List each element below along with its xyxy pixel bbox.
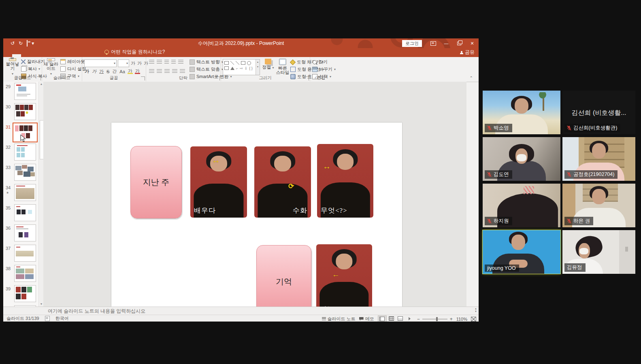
proofing-icon[interactable] xyxy=(45,316,50,321)
align-left-icon[interactable] xyxy=(149,69,154,74)
menu-tab[interactable] xyxy=(92,54,101,57)
menu-tab[interactable] xyxy=(3,54,12,57)
notes-scroll-buttons[interactable]: ▲ ▼ xyxy=(475,307,477,313)
clipboard-dialog-launcher[interactable] xyxy=(37,76,41,80)
shrink-font-button[interactable]: 가 xyxy=(137,60,142,66)
font-name-combo[interactable]: ▾ xyxy=(84,59,117,67)
share-button[interactable]: 공유 xyxy=(460,49,475,56)
shape-gallery-scroll[interactable]: ▴▾ xyxy=(256,59,260,75)
character-spacing-button[interactable]: 간 xyxy=(112,68,117,74)
slide-thumbnail[interactable]: 35 ★ xyxy=(3,203,38,223)
menu-tab[interactable] xyxy=(39,54,48,57)
slideshow-button[interactable] xyxy=(405,315,413,322)
menu-tab[interactable] xyxy=(66,54,75,57)
slide-thumbnail[interactable]: 30 ★ xyxy=(3,102,38,122)
bullets-icon[interactable] xyxy=(149,60,154,65)
shape-oval-icon[interactable] xyxy=(247,61,251,65)
shape-line-icon[interactable] xyxy=(230,61,234,65)
numbering-icon[interactable] xyxy=(157,60,162,65)
menu-tab[interactable] xyxy=(83,54,92,57)
slide-thumbnail[interactable]: 36 ★ xyxy=(3,223,38,243)
grow-font-button[interactable]: 가 xyxy=(130,60,136,66)
touch-mode-icon[interactable] xyxy=(27,40,28,46)
sign-language-photo[interactable]: 배우다 xyxy=(190,146,247,218)
bold-button[interactable]: 가 xyxy=(84,68,89,74)
slide-thumbnail[interactable]: 39 ★ xyxy=(3,284,38,304)
shape-rectangle-icon[interactable] xyxy=(241,61,245,65)
fit-to-window-icon[interactable] xyxy=(471,317,476,322)
participant-tile[interactable]: 박소영 xyxy=(483,91,560,134)
columns-icon[interactable] xyxy=(180,69,185,74)
redo-icon[interactable]: ↻ xyxy=(19,40,23,46)
notes-toggle-button[interactable]: 슬라이드 노트 xyxy=(322,316,356,322)
tell-me-search[interactable]: 어떤 작업을 원하시나요? xyxy=(104,49,165,57)
paragraph-dialog-launcher[interactable] xyxy=(216,76,220,80)
menu-tab[interactable] xyxy=(30,54,39,57)
strikethrough-button[interactable]: S xyxy=(106,69,110,74)
slide-canvas[interactable]: 지난 주기억 배우다 수화 xyxy=(111,123,402,322)
normal-view-button[interactable] xyxy=(378,315,387,322)
justify-icon[interactable] xyxy=(172,69,177,74)
decrease-indent-icon[interactable] xyxy=(164,60,169,65)
notes-placeholder[interactable]: 여기에 슬라이드 노트의 내용을 입력하십시오 xyxy=(48,308,145,315)
pink-card-shape[interactable]: 지난 주 xyxy=(130,146,182,218)
slide-thumbnail[interactable]: 38 ★ xyxy=(3,264,38,284)
drawing-dialog-launcher[interactable] xyxy=(305,76,309,80)
slide-thumbnail[interactable]: 33 ★ xyxy=(3,163,38,183)
shape-gallery[interactable]: ⌐ ⇨ ⇩ { } ▴▾ xyxy=(223,59,260,75)
font-size-combo[interactable]: ▾ xyxy=(118,59,129,67)
restore-button[interactable] xyxy=(453,38,466,48)
sign-language-photo[interactable]: 무엇<?> xyxy=(317,144,373,218)
participant-tile[interactable]: 공정호(21902704) xyxy=(562,137,635,181)
collapse-ribbon-button[interactable]: ⌃ xyxy=(470,76,473,80)
slide-thumbnail[interactable]: 37 ★ xyxy=(3,243,38,264)
login-button[interactable]: 로그인 xyxy=(402,40,422,47)
shape-textbox-icon[interactable] xyxy=(224,61,229,65)
quick-styles-button[interactable]: 빠른 스타일 xyxy=(276,59,290,75)
participant-tile[interactable]: 하지원 xyxy=(483,184,560,227)
ribbon-display-options-button[interactable] xyxy=(427,38,440,48)
slide-sorter-view-button[interactable] xyxy=(388,315,396,322)
shape-square-icon[interactable] xyxy=(224,66,229,70)
participant-tile[interactable]: 하은 권 xyxy=(562,184,635,227)
notes-pane[interactable]: 여기에 슬라이드 노트의 내용을 입력하십시오 xyxy=(3,307,479,315)
font-color-button[interactable]: 가 xyxy=(135,69,140,74)
increase-indent-icon[interactable] xyxy=(171,60,176,65)
change-case-button[interactable]: Aa xyxy=(119,69,125,74)
reading-view-button[interactable] xyxy=(396,315,405,322)
minimize-button[interactable]: — xyxy=(440,38,453,48)
zoom-slider[interactable] xyxy=(422,319,447,320)
language-indicator[interactable]: 한국어 xyxy=(55,315,69,322)
slide-thumbnail[interactable]: 29 ★ xyxy=(3,82,38,102)
participant-tile[interactable]: 김도연 xyxy=(483,137,560,181)
undo-icon[interactable]: ↺ xyxy=(11,40,15,46)
font-dialog-launcher[interactable] xyxy=(141,76,145,80)
zoom-in-button[interactable]: + xyxy=(450,316,453,322)
align-center-icon[interactable] xyxy=(157,69,162,74)
align-right-icon[interactable] xyxy=(164,69,170,74)
shape-brace-icon[interactable]: { } xyxy=(249,66,253,70)
shape-line2-icon[interactable] xyxy=(236,61,239,65)
underline-button[interactable]: 가 xyxy=(99,68,104,74)
zoom-percentage[interactable]: 110% xyxy=(456,317,467,322)
paste-button[interactable]: 붙여넣기 ▾ xyxy=(5,58,20,76)
replace-button[interactable]: 바꾸기▾ xyxy=(312,66,336,72)
italic-button[interactable]: 가 xyxy=(92,68,97,74)
find-button[interactable]: 찾기 xyxy=(312,59,336,65)
line-spacing-icon[interactable] xyxy=(178,60,183,65)
sign-language-photo[interactable]: 수화 xyxy=(254,146,311,218)
slide-thumbnail[interactable]: 31 ★ xyxy=(3,122,38,142)
shape-arrow-right-icon[interactable]: ⇨ xyxy=(240,66,243,70)
menu-tab[interactable] xyxy=(57,54,66,57)
participant-tile[interactable]: 김선희 (비호생활... 김선희(비호생활관) xyxy=(562,91,635,134)
close-button[interactable]: ✕ xyxy=(466,38,479,48)
sign-language-photo[interactable]: 가능<?> xyxy=(316,244,372,316)
menu-tab[interactable] xyxy=(48,54,57,57)
new-slide-button[interactable]: 새 슬라이드 ▾ xyxy=(43,58,59,76)
menu-tab[interactable] xyxy=(75,54,83,57)
customize-qat-icon[interactable]: ▾ xyxy=(32,40,34,46)
zoom-slider-thumb[interactable] xyxy=(436,317,438,321)
slide-thumbnail[interactable]: 32 ★ xyxy=(3,142,38,163)
participant-tile[interactable]: jiyoung YOO xyxy=(483,230,560,274)
shape-triangle-icon[interactable] xyxy=(230,67,234,70)
